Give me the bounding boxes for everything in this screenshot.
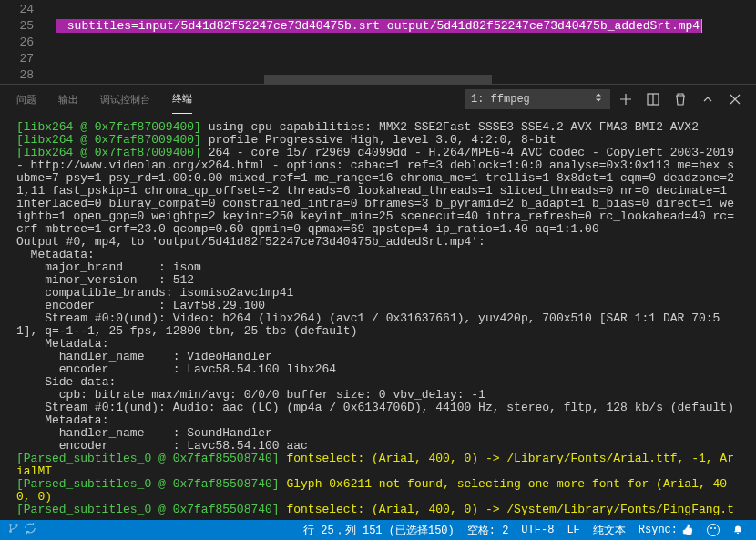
bell-icon[interactable]	[732, 525, 743, 535]
status-bar: 行 25，列 151 (已选择150) 空格: 2 UTF-8 LF 纯文本 R…	[0, 520, 756, 540]
status-language[interactable]: 纯文本	[593, 523, 626, 538]
line-number: 24	[0, 2, 34, 18]
tab-output[interactable]: 输出	[58, 86, 78, 114]
terminal-line: Output #0, mp4, to 'output/5d41d82f52247…	[16, 236, 740, 249]
terminal-line: minor_version : 512	[16, 274, 740, 287]
git-branch-icon[interactable]	[7, 522, 20, 538]
terminal-line: [Parsed_subtitles_0 @ 0x7faf85508740] Gl…	[16, 478, 740, 504]
terminal-line: [Parsed_subtitles_0 @ 0x7faf85508740] fo…	[16, 453, 740, 478]
terminal-selector[interactable]: 1: ffmpeg	[465, 89, 610, 109]
terminal-line: Metadata:	[16, 249, 740, 261]
feedback-icon[interactable]	[707, 524, 720, 536]
status-ln-col[interactable]: 行 25，列 151 (已选择150)	[303, 523, 455, 538]
line-number: 27	[0, 51, 34, 67]
svg-point-3	[15, 524, 18, 526]
status-eol[interactable]: LF	[567, 524, 579, 536]
terminal-output[interactable]: [libx264 @ 0x7faf87009400] using cpu cap…	[0, 114, 756, 517]
split-terminal-button[interactable]	[641, 87, 665, 111]
terminal-line: handler_name : VideoHandler	[16, 351, 740, 363]
kill-terminal-button[interactable]	[669, 87, 692, 111]
new-terminal-button[interactable]	[614, 87, 638, 111]
terminal-line: compatible_brands: isomiso2avc1mp41	[16, 287, 740, 300]
terminal-line: Metadata:	[16, 414, 740, 427]
svg-point-1	[9, 524, 12, 526]
horizontal-scrollbar[interactable]	[0, 75, 742, 84]
terminal-line: major_brand : isom	[16, 261, 740, 274]
panel-tab-bar: 问题 输出 调试控制台 终端 1: ffmpeg	[0, 84, 756, 114]
chevron-updown-icon	[593, 92, 604, 107]
terminal-line: cpb: bitrate max/min/avg: 0/0/0 buffer s…	[16, 389, 740, 402]
terminal-line: encoder : Lavf58.29.100	[16, 300, 740, 312]
status-rsync[interactable]: Rsync:	[639, 524, 694, 536]
terminal-line: encoder : Lavc58.54.100 libx264	[16, 363, 740, 376]
terminal-line: Stream #0:1(und): Audio: aac (LC) (mp4a …	[16, 402, 740, 414]
terminal-line: encoder : Lavc58.54.100 aac	[16, 440, 740, 453]
terminal-line: handler_name : SoundHandler	[16, 427, 740, 440]
terminal-line: [libx264 @ 0x7faf87009400] using cpu cap…	[16, 121, 740, 134]
maximize-panel-button[interactable]	[696, 87, 720, 111]
code-content[interactable]: subtitles=input/5d41d82f52247ce73d40475b…	[56, 2, 756, 35]
terminal-line: [libx264 @ 0x7faf87009400] profile Progr…	[16, 134, 740, 147]
thumbs-up-icon	[681, 524, 694, 536]
text-cursor	[701, 19, 702, 33]
close-panel-button[interactable]	[723, 87, 747, 111]
tab-problems[interactable]: 问题	[16, 86, 36, 114]
line-gutter: 24 25 26 27 28	[0, 0, 50, 84]
terminal-line: Metadata:	[16, 338, 740, 351]
status-encoding[interactable]: UTF-8	[521, 524, 554, 536]
tab-debug-console[interactable]: 调试控制台	[100, 86, 150, 114]
line-number: 26	[0, 35, 34, 51]
editor-area[interactable]: 24 25 26 27 28 subtitles=input/5d41d82f5…	[0, 0, 756, 84]
tab-terminal[interactable]: 终端	[172, 85, 192, 114]
line-number: 25	[0, 18, 34, 35]
terminal-line: Side data:	[16, 376, 740, 389]
terminal-line: [libx264 @ 0x7faf87009400] 264 - core 15…	[16, 147, 740, 236]
terminal-line: [Parsed_subtitles_0 @ 0x7faf85508740] fo…	[16, 504, 740, 517]
terminal-line: Stream #0:0(und): Video: h264 (libx264) …	[16, 312, 740, 338]
status-spaces[interactable]: 空格: 2	[467, 523, 509, 538]
selected-text[interactable]: subtitles=input/5d41d82f52247ce73d40475b…	[56, 19, 701, 33]
terminal-selector-label: 1: ffmpeg	[471, 93, 530, 106]
scrollbar-thumb[interactable]	[264, 75, 492, 84]
sync-icon[interactable]	[24, 522, 36, 538]
